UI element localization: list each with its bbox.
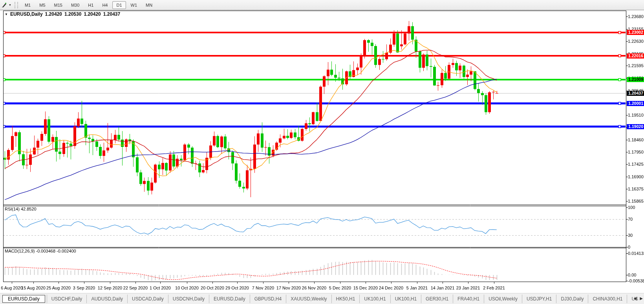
- chart-tab-fra40-h1[interactable]: FRA40,H1: [453, 295, 484, 303]
- chart-tab-uk100-h1[interactable]: UK100,H1: [359, 295, 390, 303]
- chart-tab-ger30-h1[interactable]: GER30,H1: [421, 295, 453, 303]
- timeframe-button-d1[interactable]: D1: [112, 1, 126, 9]
- chart-tab-china300-h1[interactable]: CHINA300,H1: [588, 295, 627, 303]
- chart-tab-xauusd-weekly[interactable]: XAUUSD,Weekly: [286, 295, 331, 303]
- cursor-tool-icon[interactable]: [0, 2, 8, 9]
- chart-tab-usdchf-daily[interactable]: USDCHF,Daily: [47, 295, 87, 303]
- timeframe-button-m1[interactable]: M1: [21, 1, 35, 9]
- tabs-scroll-right-icon[interactable]: ▶: [640, 296, 643, 301]
- toolbar-grip-handle[interactable]: [15, 2, 18, 8]
- chart-tab-hk50-h1[interactable]: HK50,H1: [331, 295, 360, 303]
- chart-canvas[interactable]: [0, 0, 644, 304]
- timeframe-button-mn[interactable]: MN: [142, 1, 156, 9]
- toolbar: ▼ M1 M5 M15 M30 H1 H4 D1 W1 MN: [0, 0, 644, 10]
- timeframe-button-h1[interactable]: H1: [84, 1, 97, 9]
- mt4-window: ▼ M1 M5 M15 M30 H1 H4 D1 W1 MN ▼ EURUSD,…: [0, 0, 644, 304]
- chart-tab-eurusd-daily-2[interactable]: EURUSD,Daily: [209, 295, 250, 303]
- chart-tab-usdjpy-h1[interactable]: USDJPY,H1: [522, 295, 556, 303]
- cursor-tool-dropdown-icon[interactable]: ▼: [9, 4, 11, 6]
- chart-tab-gbpusd-h4[interactable]: GBPUSD,H4: [250, 295, 286, 303]
- timeframe-button-m30[interactable]: M30: [67, 1, 83, 9]
- timeframe-button-h4[interactable]: H4: [98, 1, 112, 9]
- chart-tab-usoil-weekly[interactable]: USOil,Weekly: [484, 295, 522, 303]
- chart-tab-usdcad-daily[interactable]: USDCAD,Daily: [127, 295, 168, 303]
- chart-tab-dj30-daily[interactable]: DJ30,Daily: [556, 295, 588, 303]
- timeframe-button-m15[interactable]: M15: [50, 1, 66, 9]
- chart-tab-bar: EURUSD,Daily USDCHF,Daily AUDUSD,Daily U…: [0, 293, 644, 304]
- chart-tab-usdcnh-daily[interactable]: USDCNH,Daily: [168, 295, 209, 303]
- chart-tab-uk100-h1-2[interactable]: UK100,H1: [390, 295, 421, 303]
- chart-tab-eurusd-daily[interactable]: EURUSD,Daily: [2, 295, 45, 303]
- timeframe-button-m5[interactable]: M5: [35, 1, 49, 9]
- chart-tab-audusd-daily[interactable]: AUDUSD,Daily: [86, 295, 127, 303]
- timeframe-button-w1[interactable]: W1: [127, 1, 141, 9]
- tabs-scroll-left-icon[interactable]: ◀: [634, 296, 637, 301]
